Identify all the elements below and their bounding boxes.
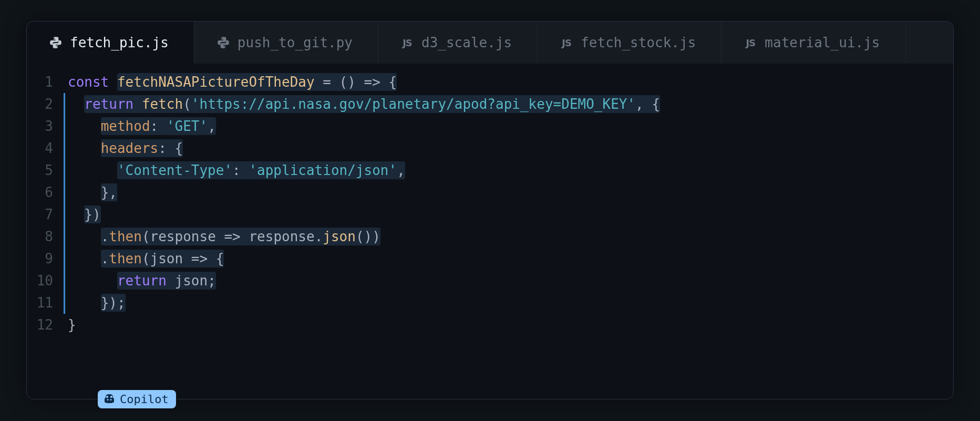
copilot-icon [103, 393, 116, 406]
tab-fetch-pic[interactable]: fetch_pic.js [27, 22, 194, 64]
line-number: 10 [27, 270, 53, 292]
tab-push-to-git[interactable]: push_to_git.py [194, 22, 378, 64]
python-icon [216, 36, 230, 49]
code-line-2[interactable]: return fetch('https://api.nasa.gov/plane… [68, 93, 660, 115]
tab-label: fetch_pic.js [70, 35, 169, 50]
line-number: 5 [27, 159, 53, 181]
tab-label: d3_scale.js [421, 35, 512, 50]
code-line-12[interactable]: } [68, 314, 660, 336]
line-number: 1 [27, 71, 53, 93]
code-line-8[interactable]: .then(response => response.json()) [68, 225, 660, 248]
copilot-label: Copilot [120, 393, 169, 406]
line-number: 7 [27, 203, 53, 225]
copilot-badge[interactable]: Copilot [98, 390, 176, 408]
tab-fetch-stock[interactable]: JS fetch_stock.js [538, 22, 721, 64]
code-line-11[interactable]: }); [68, 292, 660, 314]
line-number: 9 [27, 248, 53, 270]
code-line-1[interactable]: const fetchNASAPictureOfTheDay = () => { [68, 71, 660, 93]
code-line-4[interactable]: headers: { [68, 137, 660, 159]
code-content[interactable]: const fetchNASAPictureOfTheDay = () => {… [63, 71, 660, 399]
tab-label: fetch_stock.js [581, 35, 696, 50]
tab-label: push_to_git.py [238, 35, 353, 50]
line-number: 2 [27, 93, 53, 115]
tab-bar: fetch_pic.js push_to_git.py JS d3_scale.… [27, 22, 953, 64]
line-number: 11 [27, 292, 53, 314]
line-gutter: 123456789101112 [27, 71, 63, 399]
line-number: 6 [27, 181, 53, 203]
line-number: 8 [27, 225, 53, 248]
tab-label: material_ui.js [765, 35, 880, 50]
code-line-7[interactable]: }) [68, 203, 660, 225]
line-number: 4 [27, 137, 53, 159]
code-line-6[interactable]: }, [68, 181, 660, 203]
code-line-10[interactable]: return json; [68, 270, 660, 292]
python-icon [49, 36, 63, 49]
tab-material-ui[interactable]: JS material_ui.js [721, 22, 905, 64]
code-area[interactable]: 123456789101112 const fetchNASAPictureOf… [27, 64, 953, 399]
line-number: 12 [27, 314, 53, 336]
js-icon: JS [744, 37, 757, 48]
tab-d3-scale[interactable]: JS d3_scale.js [378, 22, 538, 64]
js-icon: JS [560, 37, 573, 48]
editor-window: fetch_pic.js push_to_git.py JS d3_scale.… [26, 21, 954, 399]
code-line-9[interactable]: .then(json => { [68, 248, 660, 270]
code-line-3[interactable]: method: 'GET', [68, 115, 660, 137]
line-number: 3 [27, 115, 53, 137]
code-line-5[interactable]: 'Content-Type': 'application/json', [68, 159, 660, 181]
js-icon: JS [400, 37, 414, 48]
